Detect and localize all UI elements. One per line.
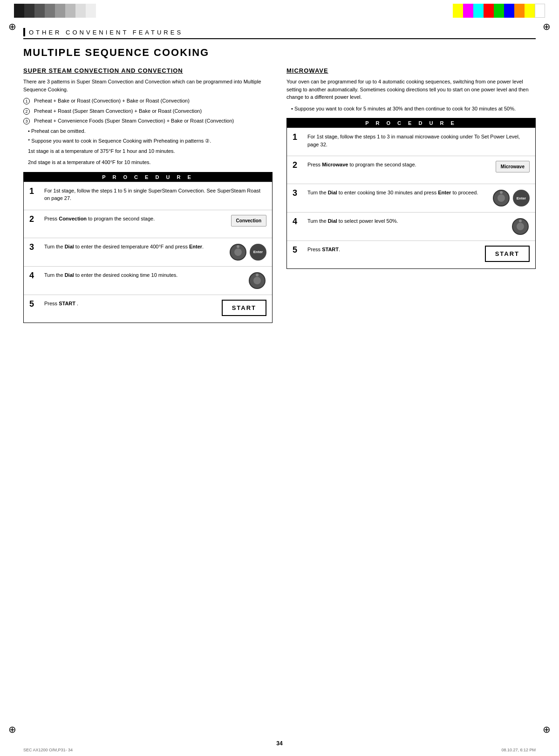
right-dial-icon [492, 189, 511, 207]
left-intro: There are 3 patterns in Super Steam Conv… [23, 78, 273, 93]
right-step-num-3: 3 [293, 189, 303, 197]
right-step-3: 3 Turn the Dial to enter cooking time 30… [287, 184, 535, 212]
left-step-5: 5 Press START . START [24, 295, 272, 323]
header-divider [23, 38, 536, 39]
left-step-4-image [229, 271, 266, 290]
right-bullet: • Suppose you want to cook for 5 minutes… [286, 105, 536, 113]
svg-point-11 [519, 220, 522, 222]
right-subtitle: MICROWAVE [286, 67, 536, 74]
right-step-text-3: Turn the Dial to enter cooking time 30 m… [307, 189, 487, 197]
list-num-2: 2 [23, 107, 31, 115]
svg-point-10 [517, 223, 524, 230]
note-suppose: * Suppose you want to cook in Sequence C… [23, 137, 273, 145]
page-number: 34 [276, 740, 282, 747]
right-dial-icon-2 [511, 217, 530, 236]
right-procedure-header: P R O C E D U R E [287, 118, 535, 128]
right-procedure-box: P R O C E D U R E 1 For 1st stage, follo… [286, 118, 536, 269]
list-item-1: 1 Preheat + Bake or Roast (Convection) +… [23, 97, 273, 105]
left-procedure-header: P R O C E D U R E [24, 172, 272, 182]
right-step-4: 4 Turn the Dial to select power level 50… [287, 212, 535, 241]
page-header: OTHER CONVENIENT FEATURES [23, 28, 536, 36]
left-step-num-3: 3 [29, 243, 40, 251]
note-2nd-stage: 2nd stage is at a temperature of 400°F f… [23, 158, 273, 166]
left-step-text-4: Turn the Dial to enter the desired cooki… [44, 271, 225, 279]
right-enter-button: Enter [513, 190, 530, 206]
right-step-2: 2 Press Microwave to program the second … [287, 156, 535, 184]
right-step-2-image: Microwave [492, 161, 530, 172]
note-suppose-text: * Suppose you want to cook in Sequence C… [28, 138, 211, 144]
right-start-button: START [485, 246, 530, 262]
svg-point-4 [253, 277, 261, 284]
svg-point-8 [500, 191, 503, 194]
right-intro: Your oven can be programmed for up to 4 … [286, 78, 536, 101]
right-step-text-2: Press Microwave to program the second st… [307, 161, 488, 169]
footer-right: 08.10.27, 6:12 PM [501, 748, 536, 752]
right-step-num-1: 1 [293, 133, 303, 141]
convection-button: Convection [231, 215, 266, 227]
left-step-4: 4 Turn the Dial to enter the desired coo… [24, 266, 272, 295]
right-step-text-5: Press START. [307, 246, 480, 254]
left-procedure-box: P R O C E D U R E 1 For 1st stage, follo… [23, 172, 273, 323]
left-dial-enter: Enter [229, 243, 266, 261]
list-text-1: Preheat + Bake or Roast (Convection) + B… [34, 97, 273, 105]
color-bar-left [14, 4, 96, 18]
right-step-3-image: Enter [492, 189, 530, 207]
right-step-num-2: 2 [293, 161, 303, 169]
color-bar-right [453, 4, 545, 18]
left-step-num-1: 1 [29, 187, 40, 195]
reg-mark-bl: ⊕ [8, 724, 16, 735]
right-step-5-image: START [485, 246, 530, 262]
left-step-num-5: 5 [29, 300, 40, 308]
left-step-3-image: Enter [229, 243, 266, 261]
left-step-num-4: 4 [29, 271, 40, 280]
reg-mark-br: ⊕ [543, 724, 551, 735]
left-step-text-1: For 1st stage, follow the steps 1 to 5 i… [44, 187, 266, 202]
left-step-text-2: Press Convection to program the second s… [44, 215, 225, 223]
left-step-num-2: 2 [29, 215, 40, 223]
reg-mark-tr: ⊕ [543, 21, 551, 32]
svg-point-1 [234, 248, 242, 256]
two-column-layout: SUPER STEAM CONVECTION AND CONVECTION Th… [23, 67, 536, 323]
left-dial-icon-2 [248, 271, 266, 290]
svg-point-2 [237, 245, 239, 248]
right-step-4-image [492, 217, 530, 236]
left-step-2-image: Convection [229, 215, 266, 227]
left-step-3: 3 Turn the Dial to enter the desired tem… [24, 238, 272, 266]
right-dial-enter: Enter [492, 189, 530, 207]
reg-mark-tl: ⊕ [8, 21, 16, 32]
svg-point-5 [256, 274, 259, 276]
left-step-text-3: Turn the Dial to enter the desired tempe… [44, 243, 224, 251]
right-step-text-1: For 1st stage, follow the steps 1 to 3 i… [307, 133, 530, 148]
list-text-2: Preheat + Roast (Super Steam Convection)… [34, 107, 273, 115]
note-preheat: • Preheat can be omitted. [23, 127, 273, 135]
left-subtitle: SUPER STEAM CONVECTION AND CONVECTION [23, 67, 273, 74]
main-content: OTHER CONVENIENT FEATURES MULTIPLE SEQUE… [23, 28, 536, 728]
left-enter-button: Enter [250, 244, 266, 261]
list-text-3: Preheat + Convenience Foods (Super Steam… [34, 117, 273, 125]
list-item-3: 3 Preheat + Convenience Foods (Super Ste… [23, 117, 273, 125]
left-column: SUPER STEAM CONVECTION AND CONVECTION Th… [23, 67, 273, 323]
right-step-num-5: 5 [293, 246, 303, 254]
left-step-text-5: Press START . [44, 300, 217, 308]
right-step-1: 1 For 1st stage, follow the steps 1 to 3… [287, 128, 535, 156]
left-dial-icon [229, 243, 247, 261]
section-title: MULTIPLE SEQUENCE COOKING [23, 47, 536, 59]
right-column: MICROWAVE Your oven can be programmed fo… [286, 67, 536, 323]
right-step-5: 5 Press START. START [287, 241, 535, 268]
list-num-3: 3 [23, 117, 31, 125]
left-start-button: START [222, 300, 266, 316]
note-1st-stage: 1st stage is at a temperature of 375°F f… [23, 147, 273, 155]
svg-point-7 [498, 194, 505, 202]
microwave-button: Microwave [496, 161, 530, 172]
list-item-2: 2 Preheat + Roast (Super Steam Convectio… [23, 107, 273, 115]
header-title: OTHER CONVENIENT FEATURES [29, 29, 183, 36]
left-step-5-image: START [222, 300, 266, 316]
right-step-text-4: Turn the Dial to select power level 50%. [307, 217, 488, 225]
left-step-2: 2 Press Convection to program the second… [24, 210, 272, 238]
right-step-num-4: 4 [293, 217, 303, 226]
list-num-1: 1 [23, 97, 31, 105]
footer-left: SEC AX1200 O/M,P31- 34 [23, 748, 73, 752]
left-step-1: 1 For 1st stage, follow the steps 1 to 5… [24, 182, 272, 210]
